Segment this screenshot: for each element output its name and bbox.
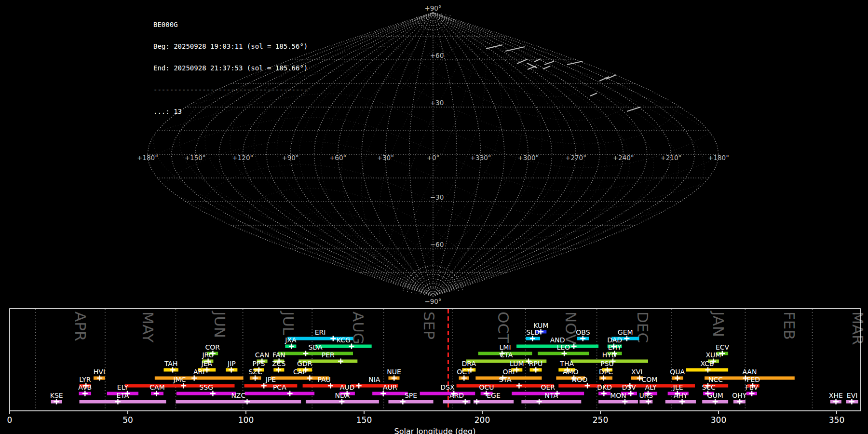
shower-label-THA: THA	[559, 360, 574, 367]
shower-label-FEV: FEV	[746, 383, 759, 391]
shower-peak-marker-EVI	[849, 399, 854, 405]
shower-label-XHE: XHE	[829, 392, 843, 399]
shower-peak-marker-GUM	[713, 399, 718, 405]
shower-label-MON: MON	[610, 392, 626, 399]
shower-label-NTA: NTA	[545, 392, 558, 399]
shower-label-QUA: QUA	[670, 368, 685, 376]
shower-label-AND: AND	[550, 336, 565, 344]
month-label: JUN	[211, 311, 229, 338]
shower-peak-marker-ERI	[330, 336, 336, 341]
shower-peak-marker-KSE	[54, 399, 59, 405]
x-tick-label: 150	[356, 415, 372, 425]
shower-label-JLE: JLE	[673, 383, 683, 391]
shower-label-COM: COM	[641, 376, 657, 383]
shower-label-SZC: SZC	[248, 368, 262, 376]
shower-label-PPS: PPS	[253, 360, 265, 367]
shower-peak-marker-URS	[646, 399, 651, 405]
timeline-chart: APRMAYJUNJULAUGSEPOCTNOVDECJANFEBMARKUME…	[0, 0, 868, 434]
shower-label-PAU: PAU	[318, 376, 331, 383]
shower-label-JIP: JIP	[227, 360, 236, 367]
shower-peak-marker-SPE	[400, 399, 406, 405]
shower-label-ARD: ARD	[449, 392, 464, 399]
shower-peak-marker-XHE	[833, 399, 839, 405]
shower-label-JMC: JMC	[173, 376, 186, 383]
shower-label-HVI: HVI	[94, 368, 105, 376]
month-label: OCT	[495, 312, 512, 343]
shower-peak-marker-ARI	[191, 376, 197, 381]
shower-peak-marker-PER	[338, 359, 343, 364]
shower-peak-marker-JIP	[229, 367, 234, 373]
shower-bar-STA	[457, 384, 554, 388]
shower-peak-marker-JXA	[289, 344, 294, 349]
shower-label-HYD: HYD	[602, 351, 617, 359]
shower-peak-marker-SZC	[253, 376, 258, 381]
shower-label-STA: STA	[499, 376, 512, 383]
shower-label-EHY: EHY	[608, 343, 622, 351]
shower-label-DAD: DAD	[607, 336, 622, 344]
shower-bar-PCA	[245, 392, 315, 395]
shower-peak-marker-JEA	[204, 367, 210, 373]
shower-label-NIA: NIA	[368, 376, 380, 383]
shower-label-OER: OER	[541, 383, 555, 391]
shower-label-URS: URS	[639, 392, 653, 399]
shower-peak-marker-SLD	[530, 336, 535, 341]
shower-label-ECV: ECV	[716, 343, 730, 351]
shower-bar-JMC	[125, 384, 235, 388]
shower-label-JEA: JEA	[201, 360, 213, 367]
shower-label-ORI: ORI	[502, 368, 515, 376]
shower-label-SCC: SCC	[702, 383, 716, 391]
shower-peak-marker-DPC	[601, 376, 606, 381]
shower-label-KSE: KSE	[50, 392, 63, 399]
shower-label-SLD: SLD	[526, 328, 539, 336]
shower-label-PER: PER	[322, 351, 335, 359]
shower-label-PCA: PCA	[273, 383, 286, 391]
shower-label-NZC: NZC	[231, 392, 245, 399]
shower-peak-marker-ETA	[115, 399, 121, 405]
shower-peak-marker-AHY	[679, 399, 685, 405]
shower-label-GDR: GDR	[297, 360, 312, 367]
shower-peak-marker-JPE	[261, 383, 267, 389]
shower-label-DKD: DKD	[597, 383, 612, 391]
shower-peak-marker-ZCS	[276, 367, 281, 373]
shower-bar-DSX	[420, 392, 475, 395]
shower-bar-NTA	[521, 400, 581, 404]
shower-label-OHY: OHY	[732, 392, 747, 399]
shower-peak-marker-SSG	[210, 391, 216, 396]
shower-label-CTA: CTA	[500, 351, 513, 359]
shower-bar-NOO	[558, 384, 601, 388]
month-label: JAN	[710, 311, 727, 337]
shower-peak-marker-PAU	[328, 383, 333, 389]
shower-peak-marker-JMC	[181, 383, 186, 389]
shower-label-AMO: AMO	[563, 368, 579, 376]
shower-label-ERI: ERI	[315, 328, 326, 336]
shower-label-ARI: ARI	[193, 368, 204, 376]
shower-label-ETA: ETA	[117, 392, 129, 399]
x-tick-label: 350	[829, 415, 844, 425]
shower-label-LEO: LEO	[556, 343, 570, 351]
shower-peak-marker-AUR	[380, 391, 386, 396]
app-canvas: BE000G Beg: 20250928 19:03:11 (sol = 185…	[0, 0, 868, 434]
shower-label-LYR: LYR	[79, 376, 91, 383]
shower-label-KCG: KCG	[337, 336, 351, 344]
shower-peak-marker-MON	[622, 399, 627, 405]
shower-label-AUD: AUD	[340, 383, 355, 391]
shower-peak-marker-TAH	[170, 367, 176, 373]
shower-peak-marker-DSV	[628, 391, 634, 396]
shower-peak-marker-HVI	[97, 376, 102, 381]
shower-label-OCT: OCT	[457, 368, 471, 376]
month-label: APR	[72, 312, 89, 341]
shower-bar-SSG	[176, 392, 236, 395]
shower-peak-marker-NDA	[339, 399, 344, 405]
month-label: SEP	[420, 312, 438, 339]
shower-label-CAN: CAN	[255, 351, 270, 359]
shower-peak-marker-GEM	[624, 336, 629, 341]
shower-label-CAM: CAM	[149, 383, 164, 391]
shower-bar-ARI	[155, 377, 244, 380]
shower-label-AVB: AVB	[78, 383, 92, 391]
shower-label-SSG: SSG	[199, 383, 213, 391]
shower-label-JXA: JXA	[285, 336, 297, 344]
shower-label-JRC: JRC	[202, 351, 213, 359]
shower-peak-marker-NIA	[356, 383, 362, 389]
shower-label-PSU: PSU	[600, 360, 614, 367]
shower-bar-NZC	[176, 400, 301, 404]
